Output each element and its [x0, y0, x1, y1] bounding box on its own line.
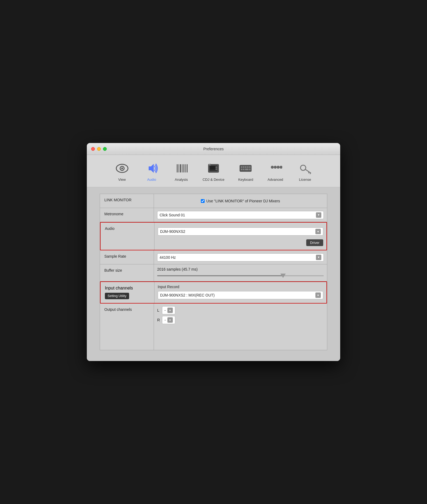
link-monitor-content: Use "LINK MONITOR" of Pioneer DJ Mixers [154, 194, 327, 208]
svg-point-30 [277, 166, 280, 169]
metronome-value: Click Sound 01 [160, 213, 316, 217]
tab-advanced-label: Advanced [268, 178, 283, 182]
output-channels-content: L - ▼ R - ▼ [154, 304, 178, 350]
svg-rect-13 [210, 166, 215, 169]
metronome-dropdown[interactable]: Click Sound 01 ▼ [157, 211, 324, 219]
svg-rect-19 [241, 166, 242, 168]
minimize-button[interactable] [97, 147, 101, 151]
input-channels-label: Input channels [105, 286, 133, 291]
svg-rect-20 [243, 166, 245, 168]
input-channels-label-area: Input channels Setting Utility [101, 282, 154, 303]
setting-utility-button[interactable]: Setting Utility [105, 293, 129, 299]
svg-rect-18 [240, 165, 252, 172]
tab-view-label: View [118, 178, 126, 182]
audio-row-inner: DJM-900NXS2 ▼ [158, 225, 323, 237]
sample-rate-value: 44100 Hz [160, 255, 316, 260]
buffer-size-label: Buffer size [100, 264, 154, 281]
input-channels-content: Input Record DJM-900NXS2 : MIX(REC OUT) … [154, 282, 326, 303]
slider-thumb [280, 274, 286, 278]
tab-audio[interactable]: Audio [137, 159, 167, 184]
input-record-dropdown[interactable]: DJM-900NXS2 : MIX(REC OUT) ▼ [158, 291, 323, 299]
audio-value: DJM-900NXS2 [160, 229, 315, 234]
svg-point-2 [121, 168, 123, 169]
output-r-label: R [157, 318, 160, 322]
output-r-value: - [164, 318, 167, 322]
content-area: LINK MONITOR Use "LINK MONITOR" of Pione… [87, 187, 340, 361]
toolbar: View Audio [87, 155, 340, 187]
keyboard-icon [239, 161, 253, 175]
input-record-value: DJM-900NXS2 : MIX(REC OUT) [160, 293, 315, 297]
svg-rect-7 [182, 164, 182, 172]
output-l-dropdown[interactable]: - ▼ [162, 306, 175, 314]
output-r-arrow-icon: ▼ [167, 317, 173, 323]
svg-rect-21 [245, 166, 246, 168]
audio-row: Audio DJM-900NXS2 ▼ Driver [100, 222, 327, 250]
link-monitor-checkbox-label[interactable]: Use "LINK MONITOR" of Pioneer DJ Mixers [201, 199, 280, 203]
svg-rect-9 [185, 164, 186, 172]
output-l-label: L [157, 308, 160, 312]
input-record-arrow-icon: ▼ [315, 292, 321, 298]
audio-arrow-icon: ▼ [315, 229, 321, 234]
tab-keyboard[interactable]: Keyboard [231, 159, 260, 184]
tab-advanced[interactable]: Advanced [260, 159, 290, 184]
input-channels-row: Input channels Setting Utility Input Rec… [100, 281, 327, 304]
tab-cdj-label: CDJ & Device [203, 178, 225, 182]
tab-audio-label: Audio [147, 178, 156, 182]
svg-point-29 [274, 166, 277, 169]
preferences-window: Preferences View [87, 143, 340, 361]
svg-point-28 [271, 166, 274, 169]
link-monitor-checkbox[interactable] [201, 199, 205, 203]
slider-track [157, 275, 324, 276]
output-l-value: - [164, 308, 167, 312]
sample-rate-row: Sample Rate 44100 Hz ▼ [100, 250, 327, 264]
close-button[interactable] [91, 147, 95, 151]
sample-rate-dropdown[interactable]: 44100 Hz ▼ [157, 253, 324, 261]
svg-rect-25 [243, 169, 245, 170]
sample-rate-arrow-icon: ▼ [316, 255, 321, 260]
audio-icon [145, 161, 159, 175]
driver-button[interactable]: Driver [306, 239, 323, 246]
svg-marker-3 [149, 164, 153, 172]
sample-rate-label: Sample Rate [100, 250, 154, 264]
fullscreen-button[interactable] [103, 147, 107, 151]
svg-rect-8 [183, 164, 184, 172]
svg-rect-10 [187, 164, 187, 172]
sample-rate-content: 44100 Hz ▼ [154, 250, 327, 264]
svg-rect-23 [249, 166, 250, 168]
output-r-dropdown[interactable]: - ▼ [162, 316, 175, 324]
metronome-row: Metronome Click Sound 01 ▼ [100, 208, 327, 222]
tab-keyboard-label: Keyboard [238, 178, 253, 182]
tab-license[interactable]: License [290, 159, 320, 184]
svg-point-15 [216, 168, 218, 170]
settings-table: LINK MONITOR Use "LINK MONITOR" of Pione… [100, 194, 327, 350]
tab-license-label: License [299, 178, 311, 182]
output-spacer [157, 326, 175, 347]
buffer-size-slider[interactable] [157, 273, 324, 278]
output-channels-label: Output channels [100, 304, 154, 350]
titlebar: Preferences [87, 143, 340, 155]
window-title: Preferences [203, 147, 223, 151]
buffer-size-content: 2016 samples (45.7 ms) [154, 264, 327, 281]
svg-rect-6 [180, 164, 181, 172]
svg-rect-27 [249, 169, 250, 170]
metronome-label: Metronome [100, 208, 154, 222]
svg-rect-26 [245, 169, 249, 170]
metronome-content: Click Sound 01 ▼ [154, 208, 327, 222]
svg-rect-22 [247, 166, 249, 168]
buffer-size-value: 2016 samples (45.7 ms) [157, 267, 324, 271]
link-monitor-text: Use "LINK MONITOR" of Pioneer DJ Mixers [206, 199, 280, 203]
audio-label: Audio [101, 223, 154, 250]
output-channels-row: Output channels L - ▼ R - ▼ [100, 304, 327, 350]
output-l-row: L - ▼ [157, 306, 175, 314]
svg-rect-4 [177, 164, 177, 172]
metronome-arrow-icon: ▼ [316, 212, 321, 218]
output-l-arrow-icon: ▼ [167, 308, 173, 313]
tab-view[interactable]: View [107, 159, 137, 184]
audio-dropdown[interactable]: DJM-900NXS2 ▼ [158, 227, 323, 236]
svg-point-14 [216, 166, 218, 168]
tab-cdj[interactable]: CDJ & Device [196, 159, 231, 184]
tab-analysis[interactable]: Analysis [167, 159, 196, 184]
svg-rect-5 [178, 164, 179, 172]
eye-icon [115, 161, 129, 175]
input-record-label: Input Record [158, 285, 323, 289]
